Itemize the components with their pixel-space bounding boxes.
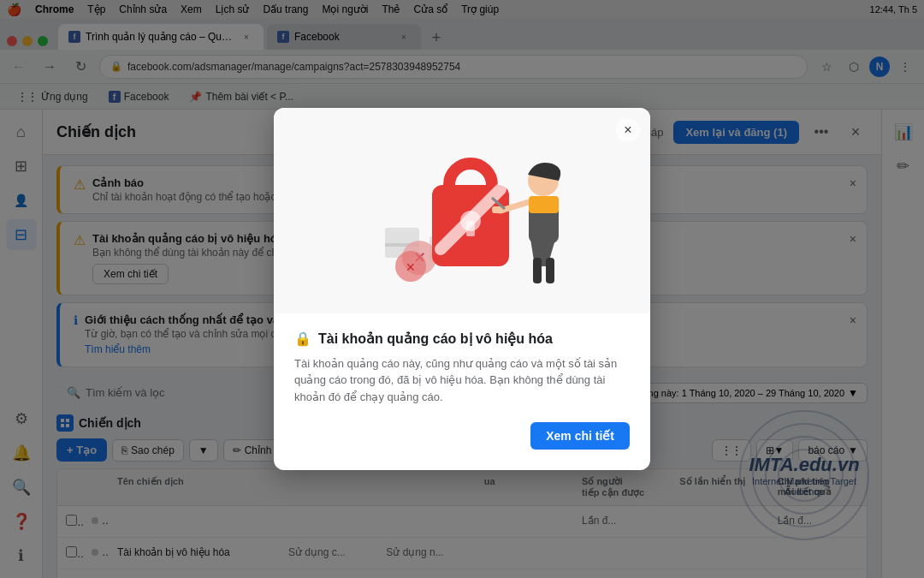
modal-description: Tài khoản quảng cáo này, cũng như quảng … xyxy=(294,355,630,406)
modal-actions: Xem chi tiết xyxy=(294,422,630,450)
modal-title-icon: 🔒 xyxy=(294,331,311,347)
modal-primary-button[interactable]: Xem chi tiết xyxy=(530,422,630,450)
modal-title: 🔒 Tài khoản quảng cáo bị vô hiệu hóa xyxy=(294,331,630,347)
svg-rect-24 xyxy=(529,196,559,213)
modal-dialog: × ✕ xyxy=(274,108,650,471)
modal-close-button[interactable]: × xyxy=(616,118,640,142)
modal-illustration: ✕ ✕ xyxy=(274,108,650,313)
modal-title-text: Tài khoản quảng cáo bị vô hiệu hóa xyxy=(318,331,553,347)
svg-rect-20 xyxy=(546,258,554,283)
svg-text:✕: ✕ xyxy=(406,260,416,274)
lock-illustration-svg: ✕ ✕ xyxy=(334,116,590,305)
modal-body: 🔒 Tài khoản quảng cáo bị vô hiệu hóa Tài… xyxy=(274,313,650,471)
modal-overlay[interactable]: × ✕ xyxy=(0,0,924,578)
svg-rect-19 xyxy=(533,258,542,283)
